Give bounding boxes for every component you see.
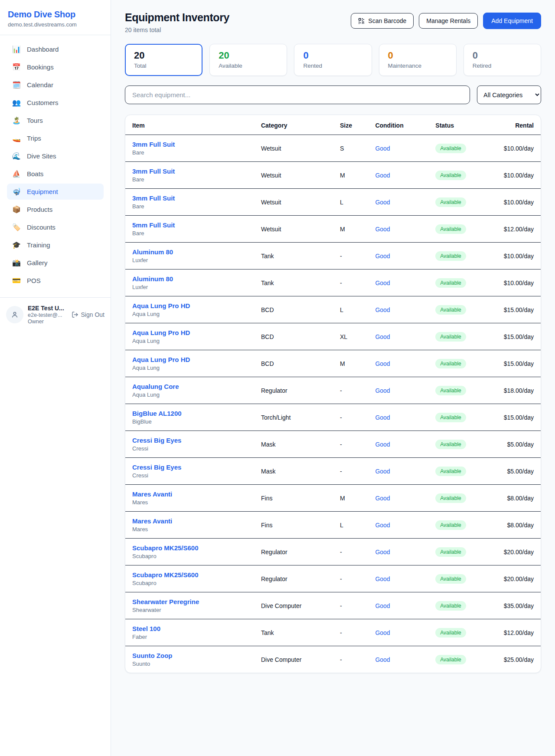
item-name-link[interactable]: Aqua Lung Pro HD — [132, 329, 247, 336]
item-condition-link[interactable]: Good — [375, 253, 390, 260]
item-condition-link[interactable]: Good — [375, 656, 390, 663]
item-name-link[interactable]: Cressi Big Eyes — [132, 437, 247, 444]
sidebar-item-training[interactable]: 🎓 Training — [7, 237, 104, 253]
category-select[interactable]: All Categories — [477, 85, 541, 104]
equipment-table: Item Category Size Condition Status Rent… — [125, 115, 541, 673]
item-name-link[interactable]: Aqua Lung Pro HD — [132, 302, 247, 309]
item-category: BCD — [254, 323, 333, 350]
item-condition-link[interactable]: Good — [375, 468, 390, 475]
item-condition-link[interactable]: Good — [375, 495, 390, 502]
item-name-link[interactable]: 3mm Full Suit — [132, 141, 247, 148]
item-brand: Bare — [132, 230, 247, 237]
item-category: Fins — [254, 485, 333, 512]
stat-card-maintenance[interactable]: 0 Maintenance — [379, 44, 457, 76]
status-badge: Available — [435, 251, 466, 261]
sidebar-item-label: Tours — [27, 117, 43, 124]
sidebar-item-label: Boats — [27, 170, 43, 177]
item-name-link[interactable]: Cressi Big Eyes — [132, 463, 247, 471]
sidebar-item-label: Equipment — [27, 188, 58, 195]
item-condition-link[interactable]: Good — [375, 360, 390, 367]
search-input[interactable] — [125, 85, 470, 104]
brand-link[interactable]: Demo Dive Shop — [8, 10, 102, 20]
sign-out-label: Sign Out — [81, 311, 104, 318]
item-condition-link[interactable]: Good — [375, 629, 390, 636]
item-condition-link[interactable]: Good — [375, 575, 390, 582]
item-condition-link[interactable]: Good — [375, 306, 390, 313]
person-icon — [10, 310, 19, 319]
sidebar-item-customers[interactable]: 👥 Customers — [7, 95, 104, 111]
item-name-link[interactable]: Suunto Zoop — [132, 652, 247, 659]
stat-card-retired[interactable]: 0 Retired — [464, 44, 541, 76]
manage-rentals-button[interactable]: Manage Rentals — [419, 13, 478, 29]
stat-card-rented[interactable]: 0 Rented — [294, 44, 372, 76]
sidebar-item-dashboard[interactable]: 📊 Dashboard — [7, 41, 104, 57]
item-brand: Faber — [132, 634, 247, 640]
item-category: Tank — [254, 243, 333, 270]
item-name-link[interactable]: Aluminum 80 — [132, 248, 247, 256]
sidebar-item-discounts[interactable]: 🏷️ Discounts — [7, 219, 104, 235]
sidebar-item-label: Customers — [27, 99, 59, 106]
item-condition-link[interactable]: Good — [375, 387, 390, 394]
item-rental-rate: $10.00/day — [493, 243, 541, 270]
sidebar-item-boats[interactable]: ⛵ Boats — [7, 166, 104, 182]
item-condition-link[interactable]: Good — [375, 414, 390, 421]
item-condition-link[interactable]: Good — [375, 522, 390, 529]
item-name-link[interactable]: 5mm Full Suit — [132, 221, 247, 229]
item-rental-rate: $10.00/day — [493, 162, 541, 189]
item-name-link[interactable]: Aqua Lung Pro HD — [132, 356, 247, 363]
sidebar-item-trips[interactable]: 🚤 Trips — [7, 130, 104, 146]
sidebar-item-dive-sites[interactable]: 🌊 Dive Sites — [7, 148, 104, 164]
status-badge: Available — [435, 171, 466, 180]
sidebar-item-equipment[interactable]: 🤿 Equipment — [7, 184, 104, 200]
item-name-link[interactable]: 3mm Full Suit — [132, 168, 247, 175]
item-name-link[interactable]: Mares Avanti — [132, 490, 247, 498]
item-rental-rate: $12.00/day — [493, 619, 541, 646]
item-condition-link[interactable]: Good — [375, 172, 390, 179]
item-brand: Shearwater — [132, 607, 247, 613]
sidebar-item-bookings[interactable]: 📅 Bookings — [7, 59, 104, 75]
item-rental-rate: $20.00/day — [493, 565, 541, 592]
stat-label: Retired — [473, 62, 532, 69]
status-badge: Available — [435, 628, 466, 638]
item-size: M — [333, 485, 368, 512]
item-condition-link[interactable]: Good — [375, 226, 390, 233]
item-condition-link[interactable]: Good — [375, 602, 390, 609]
item-condition-link[interactable]: Good — [375, 549, 390, 555]
stat-card-available[interactable]: 20 Available — [209, 44, 287, 76]
stat-card-total[interactable]: 20 Total — [125, 44, 202, 76]
sidebar-item-pos[interactable]: 💳 POS — [7, 273, 104, 289]
item-condition-link[interactable]: Good — [375, 279, 390, 286]
item-name-link[interactable]: Scubapro MK25/S600 — [132, 571, 247, 579]
item-size: - — [333, 592, 368, 619]
status-badge: Available — [435, 601, 466, 611]
item-size: - — [333, 404, 368, 431]
item-condition-link[interactable]: Good — [375, 145, 390, 152]
barcode-scan-icon — [358, 18, 365, 24]
item-name-link[interactable]: Mares Avanti — [132, 517, 247, 525]
table-row: BigBlue AL1200 BigBlue Torch/Light - Goo… — [125, 404, 541, 431]
sidebar-item-gallery[interactable]: 📸 Gallery — [7, 255, 104, 271]
item-name-link[interactable]: 3mm Full Suit — [132, 194, 247, 202]
sidebar-item-tours[interactable]: 🏝️ Tours — [7, 112, 104, 128]
item-rental-rate: $15.00/day — [493, 350, 541, 377]
item-condition-link[interactable]: Good — [375, 441, 390, 448]
item-condition-link[interactable]: Good — [375, 199, 390, 206]
item-name-link[interactable]: Scubapro MK25/S600 — [132, 544, 247, 552]
sign-out-button[interactable]: Sign Out — [72, 311, 104, 318]
item-name-link[interactable]: BigBlue AL1200 — [132, 410, 247, 417]
sidebar-item-products[interactable]: 📦 Products — [7, 201, 104, 217]
item-name-link[interactable]: Aqualung Core — [132, 383, 247, 390]
item-rental-rate: $15.00/day — [493, 296, 541, 323]
add-equipment-label: Add Equipment — [491, 17, 533, 24]
main-content: Equipment Inventory 20 items total Scan … — [111, 0, 555, 756]
item-rental-rate: $8.00/day — [493, 512, 541, 539]
sidebar-item-calendar[interactable]: 🗓️ Calendar — [7, 77, 104, 93]
item-name-link[interactable]: Shearwater Peregrine — [132, 598, 247, 605]
item-name-link[interactable]: Steel 100 — [132, 625, 247, 632]
scan-barcode-button[interactable]: Scan Barcode — [351, 13, 414, 29]
add-equipment-button[interactable]: Add Equipment — [483, 13, 541, 29]
pos-icon: 💳 — [12, 276, 21, 285]
item-condition-link[interactable]: Good — [375, 333, 390, 340]
item-name-link[interactable]: Aluminum 80 — [132, 275, 247, 283]
item-brand: Luxfer — [132, 284, 247, 290]
